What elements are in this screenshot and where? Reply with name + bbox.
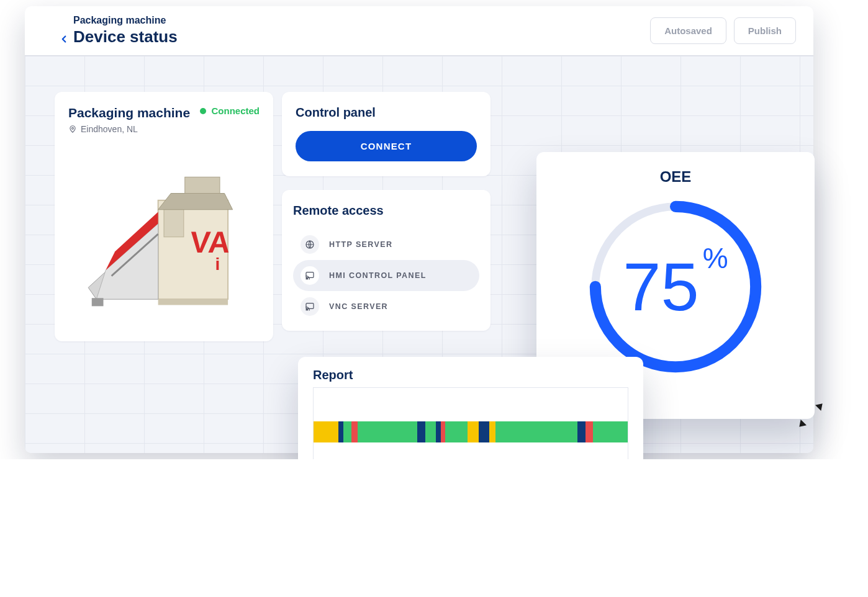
app-window: Packaging machine Device status Autosave… (25, 6, 813, 453)
device-card[interactable]: Packaging machine Eindhoven, NL Connecte… (55, 92, 273, 341)
timeline-segment (358, 421, 417, 442)
device-status: Connected (200, 105, 260, 116)
device-image: VA i (68, 145, 260, 325)
header-actions: Autosaved Publish (650, 17, 796, 44)
timeline-segment (585, 421, 594, 442)
svg-rect-6 (185, 177, 220, 193)
svg-point-15 (306, 279, 307, 279)
resize-handle-icon[interactable] (793, 398, 828, 433)
oee-value: 75 (623, 253, 698, 321)
timeline-segment (468, 421, 479, 442)
page-header: Packaging machine Device status Autosave… (25, 6, 813, 56)
oee-title: OEE (660, 168, 692, 186)
svg-rect-11 (158, 299, 228, 305)
timeline-segment (314, 421, 338, 442)
control-panel-title: Control panel (296, 105, 477, 120)
svg-rect-16 (306, 303, 314, 309)
globe-icon (301, 235, 319, 254)
timeline-segment (441, 421, 446, 442)
page-title: Device status (73, 27, 178, 47)
oee-gauge: 75 % (579, 191, 772, 383)
timeline-segment (445, 421, 467, 442)
title-block: Packaging machine Device status (73, 15, 178, 47)
svg-text:i: i (215, 254, 220, 274)
cast-icon (301, 297, 319, 316)
remote-item-label: HTTP SERVER (329, 240, 392, 249)
remote-item-http[interactable]: HTTP SERVER (293, 229, 479, 260)
layout-canvas[interactable]: Packaging machine Eindhoven, NL Connecte… (25, 56, 813, 453)
timeline-segment (577, 421, 585, 442)
status-dot-icon (200, 108, 206, 114)
remote-access-title: Remote access (293, 204, 479, 218)
report-title: Report (313, 368, 628, 382)
svg-marker-5 (158, 194, 233, 210)
svg-point-0 (72, 127, 74, 129)
remote-item-vnc[interactable]: VNC SERVER (293, 291, 479, 322)
svg-rect-14 (306, 272, 314, 278)
device-status-label: Connected (211, 105, 260, 116)
report-card[interactable]: Report nov. 07 12:00 nov. 08 12:00 nov. … (298, 357, 643, 459)
connect-button[interactable]: CONNECT (296, 131, 477, 161)
svg-rect-2 (164, 209, 184, 237)
timeline-segment (417, 421, 425, 442)
timeline-bar (314, 421, 628, 442)
cast-icon (301, 266, 319, 285)
svg-point-17 (306, 310, 307, 310)
remote-item-hmi[interactable]: HMI CONTROL PANEL (293, 260, 479, 291)
timeline-segment (495, 421, 577, 442)
timeline-segment (343, 421, 351, 442)
timeline-segment (436, 421, 441, 442)
location-pin-icon (68, 125, 77, 133)
timeline-segment (338, 421, 343, 442)
back-chevron-icon[interactable] (58, 34, 70, 45)
timeline-segment (425, 421, 436, 442)
report-timeline (313, 387, 628, 459)
svg-text:VA: VA (189, 225, 232, 259)
remote-access-card[interactable]: Remote access HTTP SERVER HMI CONTROL PA… (282, 190, 491, 331)
publish-button[interactable]: Publish (734, 17, 796, 44)
timeline-segment (489, 421, 495, 442)
timeline-segment (351, 421, 358, 442)
breadcrumb: Packaging machine (73, 15, 178, 26)
device-location-text: Eindhoven, NL (81, 124, 138, 134)
device-location: Eindhoven, NL (68, 124, 190, 134)
oee-unit: % (703, 244, 728, 272)
autosaved-button[interactable]: Autosaved (650, 17, 726, 44)
remote-item-label: VNC SERVER (329, 302, 388, 311)
control-panel-card[interactable]: Control panel CONNECT (282, 92, 491, 176)
device-name: Packaging machine (68, 105, 190, 120)
timeline-segment (593, 421, 628, 442)
svg-rect-12 (92, 298, 104, 306)
remote-item-label: HMI CONTROL PANEL (329, 271, 427, 280)
timeline-segment (479, 421, 490, 442)
